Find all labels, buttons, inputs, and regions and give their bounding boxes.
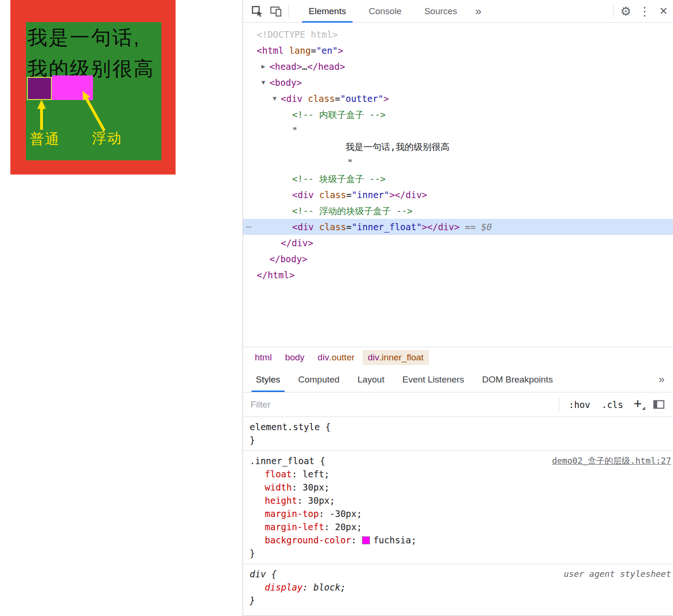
element-classes-button[interactable]: .cls	[596, 397, 629, 413]
colon: :	[351, 535, 362, 545]
line-actions-icon[interactable]: ⋯	[246, 219, 252, 235]
tab-sources[interactable]: Sources	[413, 0, 469, 23]
code-token: …	[302, 61, 307, 72]
colon: :	[292, 482, 303, 492]
code-token	[314, 222, 319, 232]
code-token: <head>	[269, 61, 302, 72]
code-token: <html	[257, 45, 284, 56]
settings-gear-button[interactable]: ⚙	[616, 1, 635, 21]
inner-block-box	[27, 77, 52, 100]
dom-tree-line[interactable]: ▼<div class="outter">	[243, 91, 673, 107]
dom-tree-line[interactable]: 我是一句话,我的级别很高	[243, 139, 673, 155]
tab-dom-breakpoints[interactable]: DOM Breakpoints	[473, 367, 562, 392]
close-devtools-button[interactable]: ✕	[654, 1, 673, 21]
dom-tree-line[interactable]: <div class="inner"></div>	[243, 187, 673, 203]
crumb-tag: div	[318, 352, 329, 363]
collapse-arrow-icon[interactable]: ▼	[269, 91, 280, 107]
sentence-line1: 我是一句话,	[27, 26, 141, 49]
device-toolbar-button[interactable]	[267, 1, 286, 21]
tab-styles[interactable]: Styles	[247, 367, 289, 392]
code-token: >	[383, 93, 388, 104]
property-name: height	[265, 495, 297, 506]
style-rule: user agent stylesheetdiv {display: block…	[243, 564, 673, 611]
dom-tree-line[interactable]: </html>	[243, 267, 673, 283]
breadcrumb-item[interactable]: body	[280, 350, 310, 365]
code-token: =	[346, 190, 351, 200]
style-property[interactable]: margin-top: -30px;	[250, 507, 671, 520]
code-token: <!-- 内联子盒子 -->	[292, 109, 386, 120]
dom-tree: <!DOCTYPE html><html lang="en">▶<head>…<…	[243, 23, 673, 347]
rule-selector[interactable]: .inner_float	[250, 456, 314, 466]
rule-selector[interactable]: div	[250, 569, 266, 579]
colon: :	[297, 495, 308, 506]
code-token: <div	[281, 93, 303, 104]
stylesheet-link: user agent stylesheet	[564, 567, 671, 581]
filter-divider	[559, 398, 559, 412]
style-property[interactable]: display: block;	[250, 581, 671, 594]
tab-layout[interactable]: Layout	[348, 367, 393, 392]
code-token: lang	[289, 45, 311, 56]
style-property[interactable]: margin-left: 20px;	[250, 520, 671, 533]
code-token: =	[335, 93, 340, 104]
semicolon: ;	[357, 522, 362, 532]
rule-header: element.style {	[250, 420, 671, 433]
style-property[interactable]: height: 30px;	[250, 494, 671, 507]
code-token: "en"	[316, 45, 338, 56]
dom-tree-line[interactable]: <!-- 内联子盒子 -->	[243, 107, 673, 123]
code-token: "inner_float"	[352, 222, 422, 232]
outter-box: 我是一句话,我的级别很高 普通 浮动	[10, 0, 176, 175]
rule-selector[interactable]: element.style	[250, 422, 320, 432]
dom-tree-line[interactable]: "	[243, 155, 673, 171]
stylesheet-link[interactable]: demo02_盒子的层级.html:27	[552, 454, 671, 467]
style-rule: element.style {}	[243, 417, 673, 451]
colon: :	[303, 582, 313, 592]
dock-sidebar-button[interactable]	[647, 400, 667, 409]
code-token: "	[347, 158, 353, 168]
crumb-tag: div	[368, 352, 379, 363]
tab-computed[interactable]: Computed	[289, 367, 349, 392]
code-token: "	[292, 125, 297, 136]
style-property[interactable]: float: left;	[250, 467, 671, 481]
code-token: >	[338, 45, 343, 56]
toggle-element-state-button[interactable]: :hov	[563, 397, 596, 413]
tab-elements[interactable]: Elements	[297, 0, 357, 23]
code-token: <!-- 浮动的块级子盒子 -->	[292, 206, 412, 216]
breadcrumb-item[interactable]: div.outter	[312, 350, 360, 365]
collapse-arrow-icon[interactable]: ▼	[258, 75, 269, 91]
dom-tree-line[interactable]: ▼<body>	[243, 75, 673, 91]
code-token: "outter"	[340, 93, 384, 104]
property-value: 20px	[335, 522, 357, 532]
expand-arrow-icon[interactable]: ▶	[258, 58, 269, 75]
breadcrumb-item[interactable]: html	[250, 350, 277, 365]
more-tabs-chevron-icon[interactable]: »	[650, 367, 673, 392]
dom-tree-line[interactable]: <!DOCTYPE html>	[243, 26, 673, 42]
dom-tree-line[interactable]: <!-- 块级子盒子 -->	[243, 171, 673, 187]
style-property[interactable]: width: 30px;	[250, 481, 671, 494]
dock-sidebar-icon	[653, 400, 665, 409]
tab-event-listeners[interactable]: Event Listeners	[393, 367, 473, 392]
styles-filter-input[interactable]	[251, 396, 555, 413]
dom-tree-line[interactable]: ⋯<div class="inner_float"></div> == $0	[243, 219, 673, 235]
tab-console[interactable]: Console	[357, 0, 413, 23]
new-style-rule-button[interactable]: +	[629, 396, 647, 414]
more-tabs-chevron-icon[interactable]: »	[469, 0, 488, 23]
property-name: background-color	[265, 535, 351, 545]
code-token: == $0	[460, 222, 492, 232]
dom-tree-line[interactable]: <html lang="en">	[243, 42, 673, 58]
dom-tree-line[interactable]: <!-- 浮动的块级子盒子 -->	[243, 203, 673, 219]
property-name: margin-top	[265, 508, 319, 519]
dom-tree-line[interactable]: ▶<head>…</head>	[243, 58, 673, 75]
color-swatch-icon[interactable]	[362, 536, 370, 544]
style-property[interactable]: background-color: fuchsia;	[250, 533, 671, 547]
label-normal: 普通	[30, 130, 60, 149]
inspect-element-button[interactable]	[248, 1, 267, 21]
code-token: 我是一句话,我的级别很高	[345, 142, 449, 152]
semicolon: ;	[340, 582, 345, 592]
dom-tree-line[interactable]: "	[243, 123, 673, 139]
dom-tree-line[interactable]: </body>	[243, 251, 673, 267]
rule-header: demo02_盒子的层级.html:27.inner_float {	[250, 454, 671, 467]
breadcrumb-item[interactable]: div.inner_float	[362, 350, 429, 365]
dom-tree-line[interactable]: </div>	[243, 235, 673, 251]
more-options-kebab-button[interactable]: ⋮	[635, 1, 654, 21]
open-brace: {	[314, 456, 325, 466]
